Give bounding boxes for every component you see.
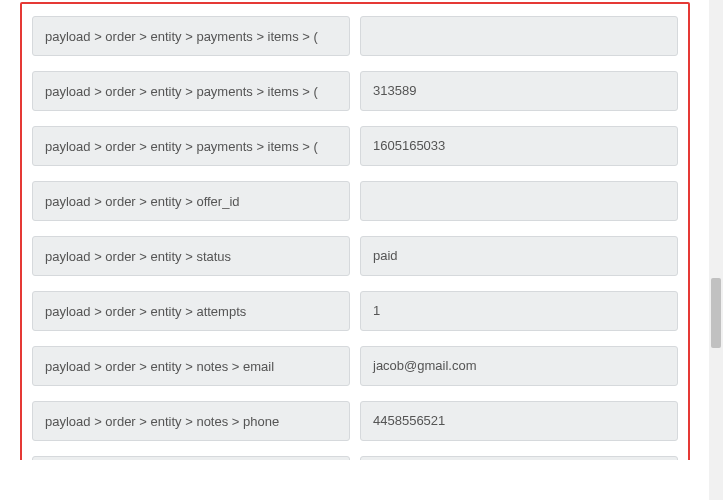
field-row [32,236,678,279]
field-value-input[interactable] [360,71,678,111]
field-value-input[interactable] [360,181,678,221]
field-key-input [32,401,350,441]
field-row [32,16,678,59]
field-key-input [32,126,350,166]
field-row [32,346,678,389]
field-row [32,456,678,460]
field-key-input [32,346,350,386]
field-key-input [32,71,350,111]
field-key-input [32,291,350,331]
field-value-input[interactable] [360,401,678,441]
page-scrollbar-thumb[interactable] [711,278,721,348]
field-key-input [32,236,350,276]
field-key-input [32,16,350,56]
field-row [32,126,678,169]
field-row [32,401,678,444]
field-row [32,71,678,114]
field-value-input[interactable] [360,126,678,166]
field-value-input[interactable] [360,16,678,56]
field-value-input[interactable] [360,456,678,460]
field-value-input[interactable] [360,346,678,386]
field-value-input[interactable] [360,291,678,331]
field-row [32,291,678,334]
field-value-input[interactable] [360,236,678,276]
field-row [32,181,678,224]
form-scroll-area[interactable]: Save [0,0,700,460]
fields-highlight-box [20,2,690,460]
field-key-input [32,181,350,221]
field-key-input [32,456,350,460]
page-scrollbar[interactable] [709,0,723,500]
